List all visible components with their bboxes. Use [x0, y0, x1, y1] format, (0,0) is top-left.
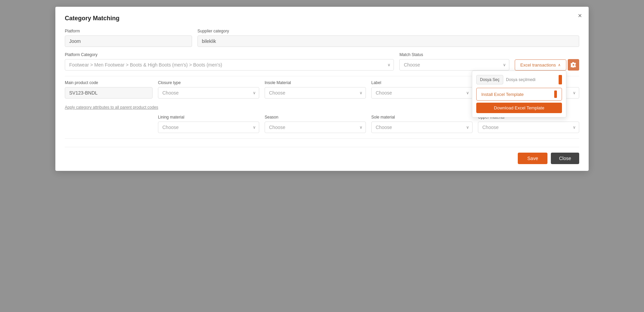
lining-material-group: Lining material Choose [158, 115, 259, 133]
excel-button-label: Excel transactions [520, 62, 556, 68]
chevron-up-icon: ∧ [558, 63, 561, 67]
supplier-category-input[interactable] [197, 35, 579, 47]
platform-category-select-wrapper: Footwear > Men Footwear > Boots & High B… [65, 59, 394, 71]
excel-transactions-button[interactable]: Excel transactions ∧ [515, 59, 567, 71]
install-orange-bar [554, 90, 557, 98]
insole-material-label: Insole Material [265, 80, 366, 85]
platform-field-group: Platform [65, 29, 192, 47]
platform-category-row: Platform Category Footwear > Men Footwea… [65, 52, 579, 71]
closure-type-select-wrapper: Choose [158, 87, 259, 99]
main-product-code-input[interactable] [65, 87, 153, 99]
install-excel-template-button[interactable]: Install Excel Template [476, 88, 562, 101]
upper-material-select[interactable]: Choose [478, 122, 579, 133]
match-status-select-wrapper: Choose [399, 59, 509, 71]
category-matching-modal: Category Matching × Platform Supplier ca… [55, 7, 589, 171]
apply-category-link[interactable]: Apply category attributes to all parent … [65, 105, 158, 110]
file-select-button[interactable]: Dosya Seç [476, 75, 503, 84]
insole-material-select[interactable]: Choose [265, 87, 366, 99]
orange-accent-bar [559, 75, 562, 84]
download-excel-template-button[interactable]: Download Excel Template [476, 103, 562, 113]
supplier-category-label: Supplier category [197, 29, 579, 33]
closure-type-group: Closure type Choose [158, 80, 259, 99]
platform-category-group: Platform Category Footwear > Men Footwea… [65, 52, 394, 71]
upper-material-select-wrapper: Choose [478, 122, 579, 133]
label-attr-group: Label Choose [371, 80, 473, 99]
gear-icon [571, 62, 576, 68]
platform-category-label: Platform Category [65, 52, 394, 57]
closure-type-label: Closure type [158, 80, 259, 85]
gear-button[interactable] [568, 59, 579, 71]
install-label: Install Excel Template [481, 92, 524, 97]
closure-type-select[interactable]: Choose [158, 87, 259, 99]
label-attr-select[interactable]: Choose [371, 87, 473, 99]
label-attr-select-wrapper: Choose [371, 87, 473, 99]
file-select-row: Dosya Seç Dosya seçilmedi [476, 75, 562, 84]
sole-material-select[interactable]: Choose [371, 122, 473, 133]
match-status-group: Match Status Choose [399, 52, 509, 71]
platform-category-select[interactable]: Footwear > Men Footwear > Boots & High B… [65, 59, 394, 71]
match-status-label: Match Status [399, 52, 509, 57]
close-icon[interactable]: × [578, 12, 582, 19]
sole-material-label: Sole material [371, 115, 473, 120]
match-status-select[interactable]: Choose [399, 59, 509, 71]
sole-material-group: Sole material Choose [371, 115, 473, 133]
attributes-row-2: Lining material Choose Season Choose Sol… [65, 115, 579, 133]
season-label: Season [265, 115, 366, 120]
lining-material-select[interactable]: Choose [158, 122, 259, 133]
excel-area: Excel transactions ∧ Dosya Seç Dosya seç… [515, 59, 580, 71]
supplier-category-field-group: Supplier category [197, 29, 579, 47]
label-attr-label: Label [371, 80, 473, 85]
season-group: Season Choose [265, 115, 366, 133]
lining-material-label: Lining material [158, 115, 259, 120]
excel-dropdown-panel: Dosya Seç Dosya seçilmedi Install Excel … [472, 71, 566, 118]
platform-supplier-row: Platform Supplier category [65, 29, 579, 47]
lining-material-select-wrapper: Choose [158, 122, 259, 133]
file-selected-label: Dosya seçilmedi [506, 77, 535, 82]
season-select[interactable]: Choose [265, 122, 366, 133]
sole-material-select-wrapper: Choose [371, 122, 473, 133]
upper-material-group: Upper material Choose [478, 115, 579, 133]
main-code-group: Main product code [65, 80, 153, 99]
main-product-code-label: Main product code [65, 80, 153, 85]
modal-title: Category Matching [65, 15, 579, 22]
save-button[interactable]: Save [518, 153, 547, 164]
season-select-wrapper: Choose [265, 122, 366, 133]
footer-row: Save Close [65, 147, 579, 164]
insole-material-group: Insole Material Choose [265, 80, 366, 99]
divider-2 [65, 138, 579, 139]
close-button[interactable]: Close [551, 153, 579, 164]
platform-input[interactable] [65, 35, 192, 47]
insole-material-select-wrapper: Choose [265, 87, 366, 99]
platform-label: Platform [65, 29, 192, 33]
